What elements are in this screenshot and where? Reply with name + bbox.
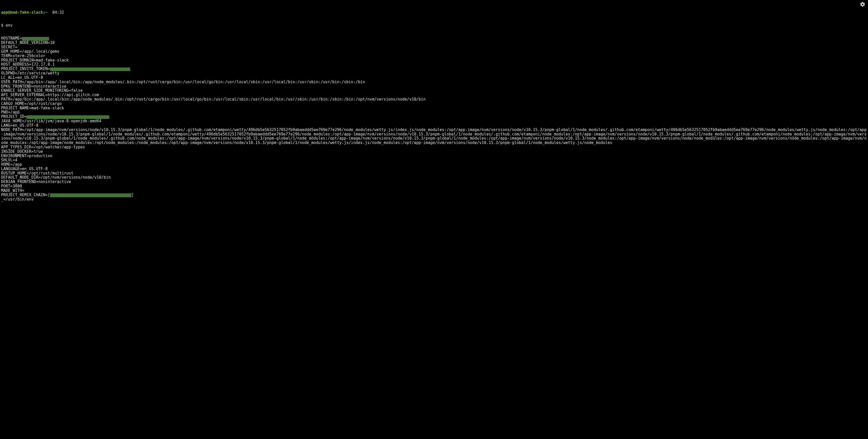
- env-line: _=/usr/bin/env: [1, 197, 867, 202]
- env-line: API_SERVER_EXTERNAL=https://api.glitch.c…: [1, 93, 867, 97]
- settings-button[interactable]: [860, 2, 865, 7]
- env-line: LANG=en_US.UTF-8: [1, 123, 867, 128]
- env-line: HOME=/app: [1, 163, 867, 167]
- prompt-user-host: app@mad-fake-slack: [1, 10, 43, 15]
- env-line: ENVIRONMENT=production: [1, 154, 867, 158]
- env-line: INSIDE_DOCKER=true: [1, 149, 867, 154]
- env-line: RUSTUP_HOME=/opt/rust/multirust: [1, 171, 867, 176]
- env-suffix: ]: [131, 193, 134, 197]
- env-line: LANGUAGE=en_US.UTF-8: [1, 167, 867, 171]
- env-line: PWD=/app: [1, 110, 867, 115]
- env-line: PATH=/app/bin:/app/.local/bin:/app/node_…: [1, 97, 867, 101]
- env-line: TERM=xterm-256color: [1, 54, 867, 58]
- env-line: JAVA_HOME=/usr/lib/jvm/java-8-openjdk-am…: [1, 119, 867, 123]
- env-key: PROJECT_INVITE_TOKEN=: [1, 66, 50, 71]
- env-line: ENABLE_SERVER_SIDE_MONITORING=false: [1, 88, 867, 93]
- env-line: APP_TYPES_DIR=/opt/watcher/app-types: [1, 145, 867, 149]
- env-line: PROJECT_NAME=mad-fake-slack: [1, 106, 867, 110]
- env-line: HOST_ADDRESS=172.17.0.1: [1, 62, 867, 67]
- command-line: $ env: [1, 23, 867, 28]
- env-line: SHLVL=4: [1, 158, 867, 163]
- terminal-viewport[interactable]: app@mad-fake-slack:~ 04:32 $ env HOSTNAM…: [0, 0, 868, 258]
- env-line: OLDPWD=/etc/service/wetty: [1, 71, 867, 76]
- redacted-value: [22, 37, 49, 40]
- env-line: HOSTNAME=: [1, 36, 867, 40]
- env-key: PROJECT_REMIX_CHAIN=[: [1, 193, 50, 197]
- gear-icon: [860, 2, 865, 7]
- env-line: NODE_PATH=/opt/app-image/nvm/versions/no…: [1, 128, 867, 145]
- redacted-value: [27, 115, 109, 119]
- redacted-value: [50, 194, 131, 197]
- env-key: HOSTNAME=: [1, 36, 22, 40]
- prompt-cwd: ~: [45, 10, 48, 15]
- env-line: PROJECT_DOMAIN=mad-fake-slack: [1, 58, 867, 63]
- env-line: PROJECT_REMIX_CHAIN=[]: [1, 193, 867, 197]
- prompt-colon: :: [43, 10, 45, 15]
- env-line: DPKG_FRONTEND=noninteractive: [1, 84, 867, 89]
- env-line: DEBIAN_FRONTEND=noninteractive: [1, 180, 867, 184]
- redacted-value: [50, 67, 130, 71]
- env-line: PROJECT_INVITE_TOKEN=: [1, 67, 867, 71]
- env-line: LC_ALL=en_US.UTF-8: [1, 76, 867, 80]
- env-line: DEFAULT_NODE_VERSION=10: [1, 40, 867, 45]
- env-line: MADE_WITH=: [1, 188, 867, 193]
- env-line: PORT=3000: [1, 184, 867, 188]
- env-output: HOSTNAME=DEFAULT_NODE_VERSION=10SECRET=G…: [1, 36, 867, 201]
- env-line: USER_PATH=/app/bin:/app/.local/bin:/app/…: [1, 80, 867, 84]
- env-line: DEFAULT_NODE_DIR=/opt/nvm/versions/node/…: [1, 175, 867, 180]
- env-key: PROJECT_ID=: [1, 114, 27, 119]
- env-line: CARGO_HOME=/opt/rust/cargo: [1, 101, 867, 106]
- env-line: SECRET=: [1, 45, 867, 49]
- prompt-line: app@mad-fake-slack:~ 04:32: [1, 10, 867, 15]
- env-line: PROJECT_ID=: [1, 115, 867, 119]
- env-line: GEM_HOME=/app/.local/gems: [1, 49, 867, 54]
- prompt-time: 04:32: [53, 10, 64, 15]
